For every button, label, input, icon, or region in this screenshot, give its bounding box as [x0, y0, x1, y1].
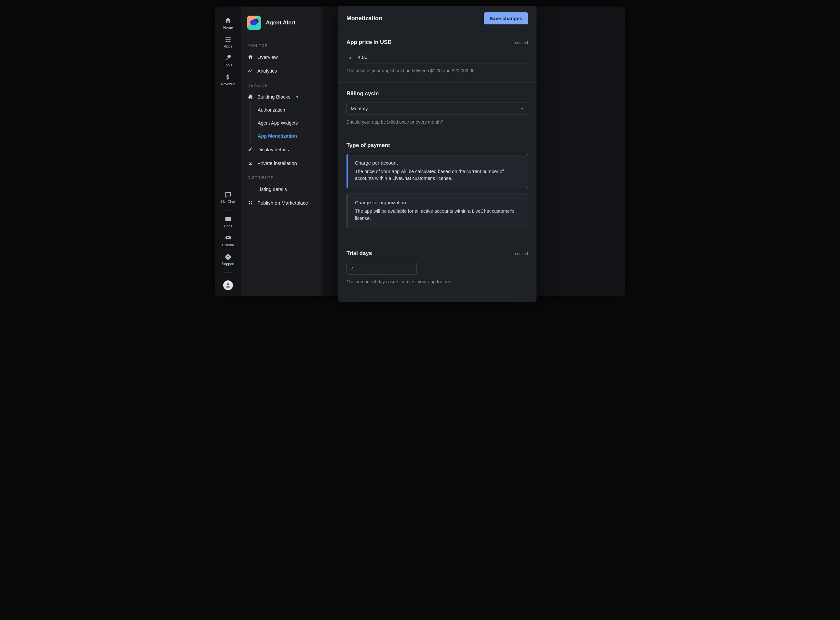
app-shell: Home Apps Tools Revenue LiveChat	[215, 6, 625, 296]
app-logo	[247, 16, 261, 30]
building-blocks-sublist: Authorization Agent App Widgets App Mone…	[250, 104, 322, 143]
nav-analytics-label: Analytics	[257, 68, 277, 74]
svg-rect-12	[249, 201, 250, 202]
svg-rect-0	[226, 37, 227, 38]
svg-rect-15	[251, 203, 252, 204]
section-price: App price in USD required $ The price of…	[338, 31, 536, 83]
nav-overview[interactable]: Overview	[241, 50, 322, 64]
section-monitor: MONITOR	[241, 38, 322, 50]
section-develop: DEVELOP	[241, 77, 322, 90]
svg-rect-5	[229, 39, 230, 40]
rail-home[interactable]: Home	[218, 15, 238, 33]
puzzle-icon	[248, 94, 253, 99]
sub-agent-app-widgets[interactable]: Agent App Widgets	[250, 116, 322, 129]
trial-input[interactable]	[346, 262, 417, 275]
svg-rect-1	[227, 37, 228, 38]
svg-rect-14	[249, 203, 250, 204]
sub-app-monetization[interactable]: App Monetization	[250, 129, 322, 143]
rail-livechat-label: LiveChat	[221, 200, 235, 204]
section-distribute: DISTRIBUTE	[241, 170, 322, 182]
list-icon	[248, 186, 253, 192]
nav-publish-marketplace-label: Publish on Marketplace	[257, 200, 308, 206]
rail-apps[interactable]: Apps	[218, 34, 238, 51]
svg-text:?: ?	[227, 255, 229, 259]
svg-rect-7	[227, 41, 228, 42]
billing-helper: Should your app be billed once or every …	[346, 119, 528, 125]
rail-divider	[223, 210, 233, 211]
side-panel: Agent Alert MONITOR Overview Analytics D…	[241, 6, 322, 296]
card-header: Monetization Save changes	[338, 6, 536, 31]
rail-home-label: Home	[223, 26, 233, 29]
nav-private-installation-label: Private installation	[257, 160, 297, 166]
save-button[interactable]: Save changes	[484, 12, 528, 24]
monetization-card: Monetization Save changes App price in U…	[338, 6, 536, 302]
payment-opt2-desc: The app will be available for all active…	[355, 208, 521, 222]
rail-discord-label: Discord	[222, 243, 234, 247]
rail-apps-label: Apps	[224, 44, 232, 48]
section-trial: Trial days required The number of days u…	[338, 242, 536, 293]
home-icon	[224, 17, 232, 24]
rail-divider-2	[223, 272, 233, 272]
nav-analytics[interactable]: Analytics	[241, 64, 322, 77]
billing-title: Billing cycle	[346, 90, 379, 97]
payment-title: Type of payment	[346, 142, 390, 149]
pencil-icon	[248, 146, 253, 152]
nav-building-blocks-label: Building Blocks	[257, 94, 291, 99]
svg-rect-4	[227, 39, 228, 40]
svg-point-11	[227, 283, 229, 285]
wrench-icon	[224, 55, 232, 62]
rail-docs-label: Docs	[224, 224, 232, 228]
icon-rail: Home Apps Tools Revenue LiveChat	[215, 6, 241, 296]
rail-revenue[interactable]: Revenue	[218, 72, 238, 89]
payment-option-per-account[interactable]: Charge per account The price of your app…	[346, 154, 528, 189]
dollar-icon	[224, 74, 232, 81]
billing-select[interactable]: Monthly	[346, 102, 528, 115]
nav-publish-marketplace[interactable]: Publish on Marketplace	[241, 196, 322, 209]
rail-docs[interactable]: Docs	[218, 214, 238, 231]
rail-tools-label: Tools	[224, 63, 232, 67]
payment-opt1-title: Charge per account	[355, 160, 521, 166]
chat-icon	[224, 191, 232, 199]
nav-overview-label: Overview	[257, 54, 278, 60]
trial-title: Trial days	[346, 250, 372, 257]
home-icon	[248, 54, 253, 60]
help-icon: ?	[224, 253, 232, 260]
payment-opt2-title: Charge for organization	[355, 200, 521, 205]
sub-authorization[interactable]: Authorization	[250, 104, 322, 116]
payment-opt1-desc: The price of your app will be calculated…	[355, 168, 521, 182]
nav-private-installation[interactable]: Private installation	[241, 156, 322, 170]
rail-discord[interactable]: Discord	[218, 233, 238, 250]
trial-required-tag: required	[514, 251, 528, 256]
app-title: Agent Alert	[266, 20, 295, 26]
svg-rect-3	[226, 39, 227, 40]
svg-rect-2	[229, 37, 230, 38]
svg-rect-6	[226, 41, 227, 42]
rail-support[interactable]: ? Support	[218, 251, 238, 269]
rail-tools[interactable]: Tools	[218, 53, 238, 70]
nav-building-blocks[interactable]: Building Blocks	[241, 90, 322, 104]
svg-rect-13	[251, 201, 252, 202]
price-input[interactable]	[354, 51, 528, 63]
price-title: App price in USD	[346, 39, 392, 45]
analytics-icon	[248, 68, 253, 74]
rail-support-label: Support	[222, 262, 235, 266]
currency-symbol: $	[346, 51, 354, 63]
apps-grid-icon	[224, 36, 232, 43]
nav-display-details[interactable]: Display details	[241, 143, 322, 156]
payment-option-per-organization[interactable]: Charge for organization The app will be …	[346, 194, 528, 228]
nav-display-details-label: Display details	[257, 147, 289, 152]
discord-icon	[224, 235, 232, 242]
svg-rect-8	[229, 41, 230, 42]
price-helper: The price of your app should be between …	[346, 67, 528, 74]
rail-revenue-label: Revenue	[221, 82, 235, 86]
section-billing: Billing cycle Monthly Should your app be…	[338, 83, 536, 134]
rail-livechat[interactable]: LiveChat	[218, 189, 238, 207]
user-avatar[interactable]	[223, 280, 233, 290]
price-required-tag: required	[514, 40, 528, 45]
grid-icon	[248, 200, 253, 206]
trial-helper: The number of days users can test your a…	[346, 278, 528, 285]
section-payment: Type of payment Charge per account The p…	[338, 134, 536, 242]
card-title: Monetization	[346, 15, 382, 22]
nav-listing-details[interactable]: Listing details	[241, 182, 322, 196]
book-icon	[224, 216, 232, 223]
